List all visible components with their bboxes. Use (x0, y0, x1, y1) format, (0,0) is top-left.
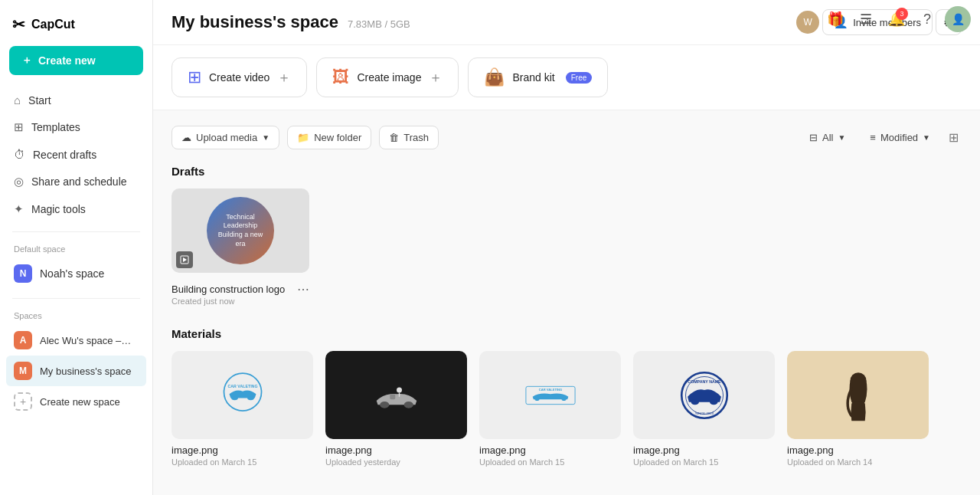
sidebar-item-my-business-space[interactable]: M My business's space (6, 356, 146, 386)
create-image-plus: ＋ (429, 68, 443, 87)
app-logo: ✂ CapCut (0, 9, 152, 46)
material-thumb-5 (787, 351, 929, 439)
material-name-2: image.png (325, 444, 467, 456)
create-new-plus-icon: ＋ (21, 54, 32, 67)
svg-text:COMPANY NAME: COMPANY NAME (688, 379, 721, 384)
material-thumb-3: CAR VALETING (479, 351, 621, 439)
brand-kit-icon: 👜 (484, 67, 505, 87)
all-chevron: ▼ (838, 133, 845, 142)
sidebar-item-recent-drafts[interactable]: ⏱ Recent drafts (6, 142, 146, 167)
sidebar-item-templates[interactable]: ⊞ Templates (6, 114, 146, 140)
all-filter-button[interactable]: ⊟ All ▼ (800, 126, 854, 149)
action-toolbar: ⊞ Create video ＋ 🖼 Create image ＋ 👜 Bran… (153, 45, 980, 110)
magic-icon: ✦ (14, 202, 24, 216)
draft-thumbnail: TechnicalLeadershipBuilding a newera ⋯ (172, 188, 309, 273)
material-thumb-4: COMPANY NAME SINCE 2020 (633, 351, 775, 439)
material-date-5: Uploaded on March 14 (787, 457, 929, 467)
content-area: ☁ Upload media ▼ 📁 New folder 🗑 Trash ⊟ … (153, 110, 980, 495)
app-name: CapCut (31, 18, 75, 31)
templates-icon: ⊞ (14, 120, 24, 134)
material-card-5[interactable]: image.png Uploaded on March 14 (787, 351, 929, 467)
alecs-space-label: Alec Wu's space – w... (40, 335, 132, 346)
sidebar-item-magic-tools[interactable]: ✦ Magic tools (6, 196, 146, 222)
draft-card-info: Building construction logo Created just … (172, 278, 309, 306)
svg-point-7 (403, 401, 413, 408)
page-title: My business's space (172, 12, 338, 32)
grid-view-icon: ⊞ (949, 131, 959, 144)
grid-view-button[interactable]: ⊞ (946, 127, 962, 148)
svg-point-9 (397, 387, 402, 392)
new-folder-button[interactable]: 📁 New folder (287, 126, 371, 149)
draft-thumb-content: TechnicalLeadershipBuilding a newera (207, 197, 274, 264)
modified-chevron: ▼ (923, 133, 930, 142)
storage-info: 7.83MB / 5GB (348, 18, 410, 30)
gift-button[interactable]: 🎁 (822, 6, 848, 32)
materials-section: Materials CAR VALETING image.png (172, 327, 962, 467)
svg-point-17 (710, 399, 718, 405)
user-avatar[interactable]: 👤 (945, 6, 971, 32)
draft-type-badge (176, 251, 193, 268)
material-date-4: Uploaded on March 15 (633, 457, 775, 467)
create-image-label: Create image (357, 71, 421, 84)
sidebar-item-share-schedule[interactable]: ◎ Share and schedule (6, 169, 146, 195)
trash-button[interactable]: 🗑 Trash (379, 126, 439, 149)
svg-point-4 (231, 395, 238, 399)
menu-button[interactable]: ☰ (853, 6, 879, 32)
brand-kit-label: Brand kit (512, 71, 554, 84)
svg-point-16 (691, 399, 699, 405)
sidebar-item-noahs-space[interactable]: N Noah's space (6, 258, 146, 289)
sort-icon: ≡ (870, 132, 876, 143)
material-name-5: image.png (787, 444, 929, 456)
svg-point-13 (561, 398, 566, 401)
free-badge: Free (566, 72, 593, 84)
sidebar-item-recent-drafts-label: Recent drafts (33, 149, 96, 161)
svg-point-6 (380, 401, 389, 408)
my-business-space-badge: M (14, 362, 32, 380)
share-icon: ◎ (14, 175, 24, 188)
material-card-1[interactable]: CAR VALETING image.png Uploaded on March… (172, 351, 313, 467)
filter-actions-right: ⊟ All ▼ ≡ Modified ▼ ⊞ (800, 126, 962, 149)
my-business-space-label: My business's space (40, 366, 132, 377)
sidebar-item-share-label: Share and schedule (31, 175, 127, 188)
sidebar-divider-2 (12, 298, 140, 299)
create-video-card[interactable]: ⊞ Create video ＋ (172, 57, 307, 97)
upload-chevron: ▼ (262, 133, 270, 142)
global-header-icons: 🎁 ☰ 🔔 3 ? 👤 (822, 6, 971, 32)
notification-badge: 3 (896, 8, 908, 20)
material-date-3: Uploaded on March 15 (479, 457, 621, 467)
material-card-3[interactable]: CAR VALETING image.png Uploaded on March… (479, 351, 621, 467)
material-date-2: Uploaded yesterday (325, 457, 467, 467)
draft-card[interactable]: TechnicalLeadershipBuilding a newera ⋯ B… (172, 188, 309, 306)
material-thumb-2 (325, 351, 467, 439)
filter-bar: ☁ Upload media ▼ 📁 New folder 🗑 Trash ⊟ … (172, 126, 962, 149)
material-name-4: image.png (633, 444, 775, 456)
upload-media-button[interactable]: ☁ Upload media ▼ (172, 126, 279, 149)
trash-icon: 🗑 (389, 132, 399, 143)
sidebar-item-templates-label: Templates (31, 121, 80, 133)
material-card-2[interactable]: image.png Uploaded yesterday (325, 351, 467, 467)
badge-svg: COMPANY NAME SINCE 2020 (678, 369, 731, 422)
modified-label: Modified (880, 132, 918, 143)
help-button[interactable]: ? (914, 6, 940, 32)
sidebar-item-start[interactable]: ⌂ Start (6, 87, 146, 113)
brand-kit-card[interactable]: 👜 Brand kit Free (468, 57, 608, 97)
modified-sort-button[interactable]: ≡ Modified ▼ (861, 126, 939, 149)
default-space-label: Default space (0, 241, 152, 258)
draft-options-button[interactable]: ⋯ (297, 282, 309, 297)
material-card-4[interactable]: COMPANY NAME SINCE 2020 image.png Upload… (633, 351, 775, 467)
create-image-card[interactable]: 🖼 Create image ＋ (316, 57, 459, 97)
create-space-plus-icon: + (14, 392, 32, 411)
noahs-space-badge: N (14, 264, 32, 283)
car-valeting-text-svg: CAR VALETING (524, 369, 577, 422)
spaces-label: Spaces (0, 308, 152, 325)
noahs-space-label: Noah's space (40, 267, 104, 280)
create-new-label: Create new (38, 54, 96, 67)
workspace-avatar: W (796, 11, 819, 34)
sidebar-item-alecs-space[interactable]: A Alec Wu's space – w... (6, 325, 146, 356)
create-new-button[interactable]: ＋ Create new (9, 46, 143, 75)
notification-area: 🔔 3 (884, 6, 910, 32)
trash-label: Trash (403, 132, 429, 143)
create-new-space-item[interactable]: + Create new space (6, 386, 146, 417)
svg-text:CAR VALETING: CAR VALETING (538, 388, 561, 392)
alecs-space-badge: A (14, 331, 32, 349)
